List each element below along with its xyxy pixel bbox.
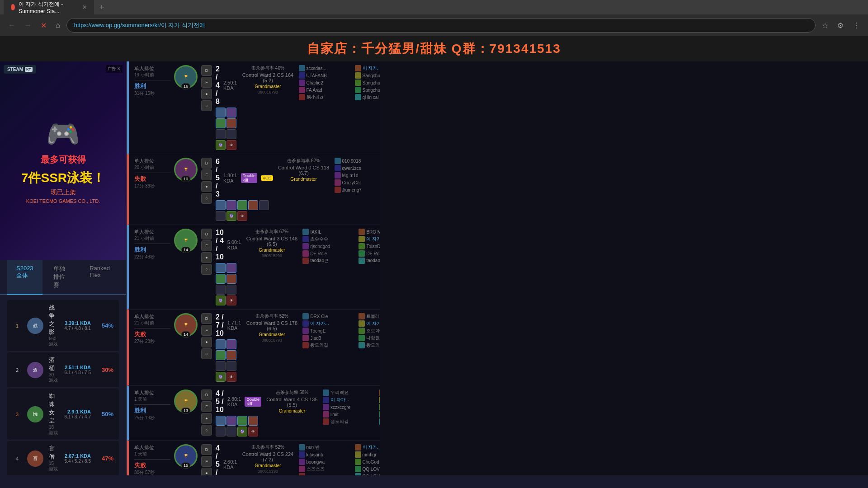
match-card[interactable]: 单人排位 20 小时前 失败 17分 36秒 🏆 10 D F ● bbox=[127, 154, 380, 225]
player-champ-icon bbox=[355, 87, 361, 93]
champ-portrait: 🏆 10 bbox=[174, 158, 198, 181]
player-row: 우뢰맥요 bbox=[323, 389, 377, 396]
ad-banner[interactable]: STEAM KT 广告 ✕ 🎮 最多可获得 7件SSR泳装！ 现已上架 KOEI… bbox=[0, 61, 126, 260]
item-slot bbox=[216, 263, 226, 273]
match-duration: 27分 28秒 bbox=[134, 338, 170, 345]
spell-2: F bbox=[201, 77, 212, 88]
match-items-section: 2 / 7 / 10 1.71:1 KDA 🔮 👁 bbox=[216, 313, 241, 382]
match-id: 380516793 bbox=[245, 338, 299, 343]
team-2-players: 이 자가... mmhgr ChoGod QQ LOVE QQ LOVE bbox=[355, 444, 380, 475]
champion-row[interactable]: 3 蜘 蜘蛛女皇 18 游戏 2.9:1 KDA 6.1 / 3.7 / 4.7… bbox=[7, 389, 119, 440]
player-name: 이 자가... bbox=[363, 65, 380, 71]
item-slot bbox=[237, 200, 247, 210]
player-row: 왕도의길 bbox=[323, 418, 377, 425]
champion-row[interactable]: 2 酒 酒桶 30 游戏 2.51:1 KDA 6.1 / 4.8 / 7.5 … bbox=[7, 352, 119, 388]
match-duration: 31分 15秒 bbox=[134, 90, 170, 97]
champ-portrait: 🏆 14 bbox=[174, 313, 198, 337]
rank-badge: Grandmaster bbox=[265, 408, 319, 413]
back-button[interactable]: ← bbox=[5, 19, 18, 31]
champion-section: 🏆 14 D F ● ○ bbox=[174, 229, 212, 275]
participation-label: 击杀参与率 58% bbox=[265, 389, 319, 396]
match-duration: 30分 57秒 bbox=[134, 469, 170, 475]
item-slot bbox=[216, 274, 226, 284]
player-row: CrazyCat bbox=[335, 179, 380, 186]
player-champ-icon bbox=[359, 229, 365, 235]
player-name: 010 9018 bbox=[342, 159, 361, 164]
bookmark-button[interactable]: ☆ bbox=[819, 19, 831, 32]
player-row: ChoGod bbox=[355, 459, 380, 465]
extensions-button[interactable]: ⚙ bbox=[835, 19, 846, 32]
match-card[interactable]: 单人排位 1 天前 失败 30分 57秒 🏆 15 D F ● ○ bbox=[127, 441, 380, 475]
kda-numbers: 10 / 4 / 10 bbox=[216, 229, 224, 261]
player-row: BRO Mor... bbox=[359, 229, 380, 235]
player-name: kitasanb bbox=[307, 452, 323, 457]
player-champ-icon bbox=[355, 80, 361, 86]
match-queue: 单人排位 bbox=[134, 313, 170, 320]
player-champ-icon bbox=[299, 94, 305, 100]
close-tab-icon[interactable]: ✕ bbox=[82, 4, 87, 10]
champion-row[interactable]: 4 盲 盲僧 15 游戏 2.67:1 KDA 5.4 / 5.2 / 8.5 … bbox=[7, 441, 119, 475]
kda-row: 10 / 4 / 10 5.00:1 KDA bbox=[216, 229, 241, 261]
player-row: Mg m1d bbox=[335, 172, 380, 178]
player-champ-icon bbox=[355, 94, 361, 100]
spell-2: F bbox=[201, 325, 212, 336]
item-grid: 🔮 👁 bbox=[216, 108, 237, 150]
match-card[interactable]: 单人排位 21 小时前 胜利 22分 43秒 🏆 14 D F ● bbox=[127, 225, 380, 310]
player-champ-icon bbox=[379, 411, 380, 418]
kda-ratio: 2.50:1 KDA bbox=[223, 80, 237, 91]
cs-info: Control Ward 0 CS 118 (6.7) bbox=[277, 165, 331, 176]
match-time: 21 小时前 bbox=[134, 320, 170, 326]
menu-button[interactable]: ⋮ bbox=[850, 19, 863, 32]
cs-info: Control Ward 3 CS 148 (6.5) bbox=[245, 236, 299, 247]
player-row: DF Roie bbox=[359, 250, 380, 257]
new-tab-button[interactable]: + bbox=[96, 3, 108, 12]
kda-numbers: 2 / 7 / 10 bbox=[216, 313, 224, 338]
participation-label: 击杀参与率 52% bbox=[245, 313, 299, 319]
participation-label: 击杀参与率 40% bbox=[241, 65, 295, 71]
tab-solo[interactable]: 单独排位赛 bbox=[44, 260, 79, 295]
player-name: Sangchu bbox=[363, 73, 380, 78]
tab-flex[interactable]: Ranked Flex bbox=[80, 260, 119, 295]
trinket-slot: 👁 bbox=[226, 372, 236, 382]
nav-bar: ← → ✕ ⌂ https://www.op.gg/summoners/kr/이… bbox=[0, 14, 868, 36]
player-name: rjsdndgod bbox=[310, 244, 330, 249]
player-row: 이 자가... bbox=[379, 397, 380, 403]
reload-button[interactable]: ✕ bbox=[38, 19, 49, 32]
player-champ-icon bbox=[355, 65, 361, 71]
participation-label: 击杀参与率 82% bbox=[277, 158, 331, 164]
rank-badge: Grandmaster bbox=[245, 248, 299, 253]
champion-winrate: 50% bbox=[102, 411, 113, 418]
match-card[interactable]: 单人排位 1 天前 胜利 25分 13秒 🏆 13 D F ● ○ bbox=[127, 386, 380, 441]
player-row: LSB Diab bbox=[379, 411, 380, 418]
ad-close-badge[interactable]: 广告 ✕ bbox=[106, 65, 123, 73]
match-left-info: 单人排位 20 小时前 失败 17分 36秒 bbox=[134, 158, 170, 189]
address-bar[interactable]: https://www.op.gg/summoners/kr/이 자가 식기전에 bbox=[66, 18, 816, 33]
player-name: 이 자가... bbox=[310, 320, 329, 327]
player-lists: IAKIL 초수수수 rjsdndgod DF Roie taodao큰 BRO bbox=[302, 229, 380, 264]
address-url: https://www.op.gg/summoners/kr/이 자가 식기전에 bbox=[74, 21, 205, 29]
match-card[interactable]: 单人排位 19 小时前 胜利 31分 15秒 🏆 16 D F ● bbox=[127, 61, 380, 154]
player-champ-icon bbox=[379, 404, 380, 410]
champ-rank: 3 bbox=[13, 412, 22, 417]
player-row: 조보아... bbox=[359, 328, 380, 334]
player-champ-icon bbox=[302, 229, 309, 235]
match-history-panel: 单人排位 19 小时前 胜利 31分 15秒 🏆 16 D F ● bbox=[127, 61, 380, 475]
player-name: UTAFANB bbox=[307, 73, 327, 78]
champion-row[interactable]: 1 战 战争之影 660 游戏 3.39:1 KDA 4.7 / 4.8 / 8… bbox=[7, 300, 119, 352]
home-button[interactable]: ⌂ bbox=[53, 19, 63, 31]
tab-s2023[interactable]: S2023 全体 bbox=[7, 260, 42, 295]
player-champ-icon bbox=[323, 397, 329, 403]
cs-info: Control Ward 3 CS 224 (7.2) bbox=[241, 451, 295, 462]
player-name: BRO Mor... bbox=[366, 230, 380, 235]
player-champ-icon bbox=[299, 466, 305, 472]
champion-avatar: 盲 bbox=[27, 450, 43, 467]
header-banner: 自家店：千分猛男/甜妹 Q群：791341513 bbox=[0, 36, 868, 61]
match-card[interactable]: 单人排位 21 小时前 失败 27分 28秒 🏆 14 D F ● bbox=[127, 310, 380, 386]
forward-button[interactable]: → bbox=[22, 19, 34, 31]
ward-slot: 🔮 bbox=[226, 211, 236, 221]
match-time: 1 天前 bbox=[134, 396, 170, 403]
rank-badge: Grandmaster bbox=[245, 332, 299, 337]
item-slot bbox=[226, 274, 236, 284]
player-row: ycx bbox=[299, 473, 353, 475]
player-row: IAKIL bbox=[302, 229, 357, 235]
